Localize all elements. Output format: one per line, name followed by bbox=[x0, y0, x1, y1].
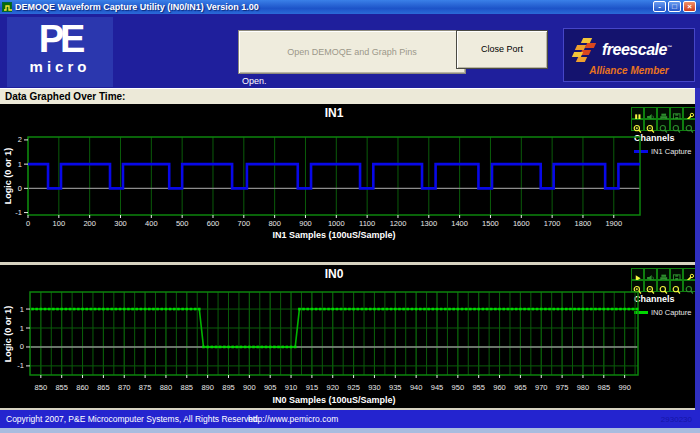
data-point-marker bbox=[636, 308, 639, 311]
data-point-marker bbox=[473, 308, 476, 311]
data-point-marker bbox=[611, 308, 614, 311]
data-point-marker bbox=[48, 308, 51, 311]
data-point-marker bbox=[152, 308, 155, 311]
pemicro-logo-mark: PE bbox=[7, 19, 113, 59]
data-point-marker bbox=[156, 308, 159, 311]
data-point-marker bbox=[544, 308, 547, 311]
data-point-marker bbox=[298, 308, 301, 311]
data-point-marker bbox=[206, 346, 209, 349]
data-point-marker bbox=[352, 308, 355, 311]
data-point-marker bbox=[465, 308, 468, 311]
data-point-marker bbox=[369, 308, 372, 311]
minimize-button[interactable]: - bbox=[653, 1, 666, 12]
data-point-marker bbox=[73, 308, 76, 311]
data-point-marker bbox=[85, 308, 88, 311]
maximize-button[interactable]: □ bbox=[668, 1, 681, 12]
data-point-marker bbox=[415, 308, 418, 311]
data-point-marker bbox=[127, 308, 130, 311]
data-point-marker bbox=[623, 308, 626, 311]
data-point-marker bbox=[573, 308, 576, 311]
x-tick-label: 940 bbox=[410, 383, 423, 392]
data-point-marker bbox=[356, 308, 359, 311]
in0-chart-panel: IN0 Channels IN0 Capture Logic (0 or 1) … bbox=[0, 265, 700, 408]
x-tick-label: 950 bbox=[452, 383, 465, 392]
data-point-marker bbox=[511, 308, 514, 311]
data-point-marker bbox=[532, 308, 535, 311]
x-axis-label: IN1 Samples (100uS/Sample) bbox=[28, 230, 640, 240]
x-tick-label: 960 bbox=[493, 383, 506, 392]
data-point-marker bbox=[615, 308, 618, 311]
data-point-marker bbox=[236, 346, 239, 349]
x-tick-label: 985 bbox=[598, 383, 611, 392]
section-label: Data Graphed Over Time: bbox=[5, 91, 125, 102]
data-point-marker bbox=[281, 346, 284, 349]
data-point-marker bbox=[603, 308, 606, 311]
data-point-marker bbox=[115, 308, 118, 311]
data-point-marker bbox=[469, 308, 472, 311]
data-point-marker bbox=[160, 308, 163, 311]
data-point-marker bbox=[327, 308, 330, 311]
data-point-marker bbox=[402, 308, 405, 311]
data-point-marker bbox=[148, 308, 151, 311]
data-point-marker bbox=[144, 308, 147, 311]
x-tick-label: 945 bbox=[431, 383, 444, 392]
data-point-marker bbox=[169, 308, 172, 311]
x-tick-label: 600 bbox=[207, 219, 220, 228]
open-demoqe-button[interactable]: Open DEMOQE and Graph Pins bbox=[238, 30, 466, 74]
data-point-marker bbox=[302, 308, 305, 311]
x-tick-label: 880 bbox=[160, 383, 173, 392]
data-point-marker bbox=[507, 308, 510, 311]
data-point-marker bbox=[315, 308, 318, 311]
data-point-marker bbox=[436, 308, 439, 311]
x-tick-label: 860 bbox=[76, 383, 89, 392]
x-tick-label: 990 bbox=[618, 383, 631, 392]
y-tick-label: -1 bbox=[17, 361, 24, 370]
data-point-marker bbox=[419, 308, 422, 311]
data-point-marker bbox=[52, 308, 55, 311]
x-tick-label: 200 bbox=[83, 219, 96, 228]
data-point-marker bbox=[181, 308, 184, 311]
data-point-marker bbox=[135, 308, 138, 311]
freescale-wordmark: freescale™ bbox=[602, 41, 671, 59]
data-point-marker bbox=[448, 308, 451, 311]
data-point-marker bbox=[198, 308, 201, 311]
y-tick-label: 0 bbox=[20, 342, 24, 351]
x-tick-label: 1300 bbox=[420, 219, 437, 228]
close-button[interactable]: × bbox=[683, 1, 696, 12]
data-point-marker bbox=[60, 308, 63, 311]
data-point-marker bbox=[185, 308, 188, 311]
x-axis-label: IN0 Samples (100uS/Sample) bbox=[28, 395, 640, 405]
data-point-marker bbox=[256, 346, 259, 349]
y-tick-label: 1 bbox=[20, 324, 24, 333]
data-point-marker bbox=[373, 308, 376, 311]
x-tick-label: 855 bbox=[55, 383, 68, 392]
data-point-marker bbox=[31, 308, 34, 311]
x-tick-label: 890 bbox=[201, 383, 214, 392]
pemicro-logo: PE micro bbox=[7, 17, 113, 87]
app-window: DEMOQE Waveform Capture Utility (IN0/IN1… bbox=[0, 0, 700, 433]
data-point-marker bbox=[411, 308, 414, 311]
data-point-marker bbox=[536, 308, 539, 311]
data-point-marker bbox=[494, 308, 497, 311]
data-point-marker bbox=[557, 308, 560, 311]
data-point-marker bbox=[577, 308, 580, 311]
waveform-in1 bbox=[28, 164, 640, 188]
data-point-marker bbox=[106, 308, 109, 311]
x-tick-label: 910 bbox=[285, 383, 298, 392]
data-point-marker bbox=[394, 308, 397, 311]
data-point-marker bbox=[461, 308, 464, 311]
data-point-marker bbox=[211, 346, 214, 349]
data-point-marker bbox=[427, 308, 430, 311]
data-point-marker bbox=[381, 308, 384, 311]
data-point-marker bbox=[377, 308, 380, 311]
window-bottom-edge bbox=[0, 428, 700, 433]
data-point-marker bbox=[215, 346, 218, 349]
close-port-button[interactable]: Close Port bbox=[456, 30, 548, 69]
website-url-text: http://www.pemicro.com bbox=[248, 414, 338, 424]
plot-area[interactable]: 110-185085586086587087588088589089590090… bbox=[0, 265, 700, 408]
data-point-marker bbox=[294, 346, 297, 349]
data-point-marker bbox=[407, 308, 410, 311]
data-point-marker bbox=[77, 308, 80, 311]
data-point-marker bbox=[619, 308, 622, 311]
x-tick-label: 965 bbox=[514, 383, 527, 392]
